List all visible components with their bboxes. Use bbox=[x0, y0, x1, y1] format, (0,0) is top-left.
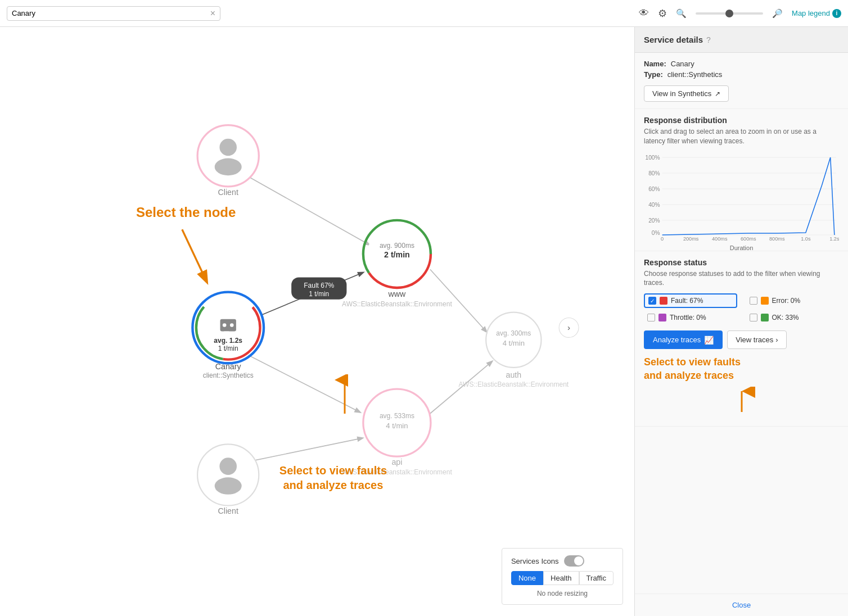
topbar: × 👁 ⚙ 🔍 🔎 Map legend i bbox=[0, 0, 848, 27]
status-error-checkbox[interactable] bbox=[750, 297, 757, 305]
svg-point-14 bbox=[223, 323, 227, 327]
zoom-in-icon[interactable]: 🔎 bbox=[772, 8, 783, 19]
status-throttle-item[interactable]: Throttle: 0% bbox=[644, 311, 737, 324]
svg-point-7 bbox=[215, 158, 242, 176]
view-synthetics-label: View in Synthetics bbox=[652, 89, 711, 98]
health-button[interactable]: Health bbox=[543, 571, 579, 585]
svg-text:avg. 533ms: avg. 533ms bbox=[380, 412, 414, 420]
svg-text:client::Synthetics: client::Synthetics bbox=[203, 372, 254, 379]
svg-text:200ms: 200ms bbox=[683, 236, 699, 242]
map-legend-link[interactable]: Map legend i bbox=[792, 9, 841, 18]
chart-svg: 100% 80% 60% 40% 20% 0% 0 200ms bbox=[644, 152, 839, 242]
svg-text:AWS::ElasticBeanstalk::Environ: AWS::ElasticBeanstalk::Environment bbox=[459, 381, 569, 388]
status-fault-item[interactable]: Fault: 67% bbox=[644, 293, 737, 308]
map-legend-info-icon: i bbox=[832, 9, 841, 18]
svg-text:80%: 80% bbox=[648, 170, 660, 176]
status-throttle-checkbox[interactable] bbox=[647, 314, 655, 321]
svg-text:60%: 60% bbox=[648, 186, 660, 192]
traffic-button[interactable]: Traffic bbox=[579, 571, 614, 585]
svg-text:AWS::ElasticBeanstalk::Environ: AWS::ElasticBeanstalk::Environment bbox=[342, 468, 452, 476]
svg-point-15 bbox=[230, 323, 234, 327]
svg-text:400ms: 400ms bbox=[712, 236, 728, 242]
legend-panel: Services Icons None Health Traffic No no… bbox=[502, 548, 623, 605]
response-distribution-section: Response distribution Click and drag to … bbox=[635, 109, 848, 251]
svg-text:600ms: 600ms bbox=[741, 236, 756, 242]
svg-text:40%: 40% bbox=[648, 202, 660, 208]
search-box[interactable]: × bbox=[7, 6, 220, 21]
svg-text:2 t/min: 2 t/min bbox=[384, 250, 410, 259]
status-fault-checkbox[interactable] bbox=[648, 297, 656, 305]
external-link-icon: ↗ bbox=[715, 90, 720, 98]
status-throttle-color bbox=[658, 314, 666, 321]
services-icons-toggle[interactable] bbox=[564, 555, 584, 567]
eye-icon[interactable]: 👁 bbox=[639, 7, 649, 19]
svg-text:4 t/min: 4 t/min bbox=[503, 339, 525, 347]
topbar-icons: 👁 ⚙ 🔍 🔎 Map legend i bbox=[639, 7, 841, 20]
svg-text:Client: Client bbox=[218, 188, 238, 197]
svg-text:api: api bbox=[391, 458, 402, 466]
svg-text:1 t/min: 1 t/min bbox=[218, 345, 238, 352]
view-traces-label: View traces bbox=[736, 336, 773, 344]
right-panel: Service details ? Name: Canary Type: cli… bbox=[634, 27, 848, 616]
svg-line-3 bbox=[249, 355, 360, 413]
chevron-right-icon: › bbox=[775, 336, 778, 344]
service-info-section: Name: Canary Type: client::Synthetics Vi… bbox=[635, 53, 848, 109]
status-ok-item[interactable]: OK: 33% bbox=[746, 311, 840, 324]
toggle-knob bbox=[574, 556, 583, 565]
svg-line-4 bbox=[250, 438, 363, 461]
response-dist-desc: Click and drag to select an area to zoom… bbox=[644, 127, 839, 146]
svg-text:0%: 0% bbox=[652, 230, 660, 236]
response-status-section: Response status Choose response statuses… bbox=[635, 251, 848, 427]
action-buttons: Analyze traces 📈 View traces › bbox=[644, 330, 839, 349]
svg-text:4 t/min: 4 t/min bbox=[386, 422, 408, 430]
zoom-slider[interactable] bbox=[696, 12, 763, 15]
svg-text:1.2s: 1.2s bbox=[829, 236, 839, 242]
svg-text:20%: 20% bbox=[648, 218, 660, 224]
zoom-out-icon[interactable]: 🔍 bbox=[676, 8, 687, 19]
services-icons-label: Services Icons bbox=[511, 557, 559, 565]
svg-text:Canary: Canary bbox=[215, 362, 242, 371]
svg-text:Client: Client bbox=[218, 506, 238, 515]
main-layout: Client avg. 1.2s 1 t/min Canary client::… bbox=[0, 27, 848, 616]
service-map-svg: Client avg. 1.2s 1 t/min Canary client::… bbox=[0, 27, 634, 616]
service-name-label: Name: bbox=[644, 60, 666, 68]
svg-line-50 bbox=[182, 229, 207, 282]
status-fault-color bbox=[660, 297, 667, 305]
svg-text:www: www bbox=[388, 289, 406, 298]
status-error-label: Error: 0% bbox=[772, 297, 801, 305]
none-button[interactable]: None bbox=[511, 571, 543, 585]
response-dist-title: Response distribution bbox=[644, 116, 839, 125]
response-status-desc: Choose response statuses to add to the f… bbox=[644, 269, 839, 288]
svg-text:Select the node: Select the node bbox=[136, 205, 236, 220]
close-button[interactable]: Close bbox=[635, 594, 848, 616]
svg-text:Fault 67%: Fault 67% bbox=[304, 282, 334, 289]
svg-line-0 bbox=[250, 177, 369, 244]
svg-point-45 bbox=[215, 477, 242, 495]
search-input[interactable] bbox=[12, 9, 210, 17]
view-synthetics-button[interactable]: View in Synthetics ↗ bbox=[644, 85, 729, 102]
view-traces-button[interactable]: View traces › bbox=[727, 330, 786, 349]
panel-title: Service details bbox=[644, 35, 703, 44]
status-ok-checkbox[interactable] bbox=[750, 314, 757, 321]
gear-icon[interactable]: ⚙ bbox=[658, 7, 667, 20]
clear-search-button[interactable]: × bbox=[210, 9, 215, 18]
legend-view-buttons: None Health Traffic bbox=[511, 571, 614, 585]
analyze-traces-label: Analyze traces bbox=[653, 336, 701, 344]
panel-help-icon[interactable]: ? bbox=[706, 35, 711, 44]
svg-point-6 bbox=[219, 139, 237, 156]
panel-header: Service details ? bbox=[635, 27, 848, 53]
response-dist-chart[interactable]: 100% 80% 60% 40% 20% 0% 0 200ms bbox=[644, 152, 839, 242]
svg-text:›: › bbox=[567, 323, 570, 332]
chart-axis-label: Duration bbox=[644, 244, 839, 251]
status-error-item[interactable]: Error: 0% bbox=[746, 293, 840, 308]
svg-text:AWS::ElasticBeanstalk::Environ: AWS::ElasticBeanstalk::Environment bbox=[342, 300, 452, 308]
service-type-value: client::Synthetics bbox=[667, 70, 723, 79]
no-resize-label: No node resizing bbox=[511, 590, 614, 597]
analyze-traces-button[interactable]: Analyze traces 📈 bbox=[644, 330, 723, 349]
service-name-row: Name: Canary bbox=[644, 60, 839, 68]
svg-text:1.0s: 1.0s bbox=[801, 236, 811, 242]
status-fault-label: Fault: 67% bbox=[671, 297, 703, 305]
svg-text:avg. 900ms: avg. 900ms bbox=[380, 242, 414, 250]
svg-rect-13 bbox=[220, 319, 236, 332]
map-area: Client avg. 1.2s 1 t/min Canary client::… bbox=[0, 27, 634, 616]
